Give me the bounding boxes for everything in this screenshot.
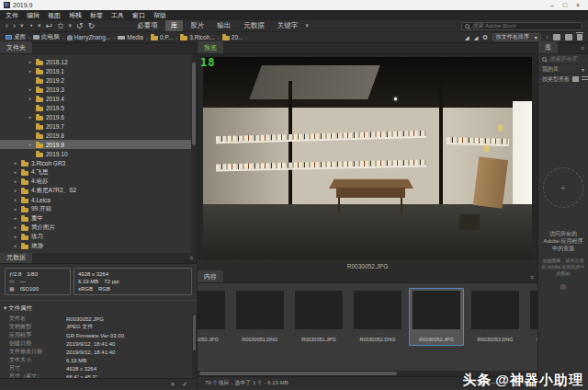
property-value[interactable]: 68.4" x 45.3" (66, 374, 97, 379)
workspace-tab[interactable]: 库 (165, 20, 184, 31)
filter-star-icon[interactable]: ✪ (482, 34, 487, 41)
thumbnail-image[interactable] (295, 291, 343, 329)
breadcrumb-item[interactable]: 20... (222, 34, 243, 40)
folders-scrollbar[interactable] (191, 54, 197, 253)
property-value[interactable]: 4928 x 3264 (66, 366, 96, 372)
thumbnail-image[interactable] (354, 291, 401, 329)
libraries-drop-target[interactable]: + (543, 167, 583, 208)
expand-arrow-icon[interactable]: ▸ (28, 142, 33, 147)
metadata-scrollbar-thumb[interactable] (193, 315, 196, 350)
thumbnail-cell[interactable]: ····· R0030053.JPG (526, 288, 537, 346)
property-value[interactable]: 6.19 MB (66, 358, 86, 363)
breadcrumb-item[interactable]: HarryZhang... (67, 34, 111, 40)
metadata-apply-icon[interactable]: ✓ (182, 381, 187, 388)
boomerang-icon[interactable]: ↩ (45, 21, 52, 30)
breadcrumb-item[interactable]: 桌面 (6, 33, 26, 41)
folder-tree-item[interactable]: ▸ 4.索尼A7R2、S2 (0, 186, 197, 195)
content-panel-menu-icon[interactable]: ≡ (530, 274, 534, 281)
folder-tree-item[interactable]: ▸ 2019.4 (0, 94, 197, 103)
expand-arrow-icon[interactable]: ▸ (13, 224, 18, 230)
folder-tree-item[interactable]: 2019.8 (0, 131, 197, 140)
metadata-panel-menu-icon[interactable]: ≡ (189, 255, 193, 261)
content-tab[interactable]: 内容 (198, 270, 223, 282)
thumbnail-cell[interactable]: ····· R0030053.DNG (468, 288, 523, 346)
recent-caret-icon[interactable]: ▾ (38, 22, 41, 29)
search-input[interactable] (472, 23, 579, 29)
expand-arrow-icon[interactable]: ▸ (28, 68, 33, 74)
folders-tab[interactable]: 文件夹 (0, 41, 32, 53)
libraries-grid-view-icon[interactable] (572, 76, 579, 82)
expand-arrow-icon[interactable]: ▸ (13, 215, 18, 221)
new-folder-icon[interactable] (565, 34, 572, 40)
preview-tab[interactable]: 预览 (198, 41, 223, 53)
workspace-tab[interactable]: 输出 (211, 20, 236, 31)
libraries-view-row[interactable]: 按类型查看 (538, 75, 588, 85)
file-properties-heading[interactable]: ▾ 文件属性 (0, 300, 197, 314)
workspace-tab[interactable]: 关键字 (272, 20, 304, 31)
folder-tree-item[interactable]: ▸ 4.Leica (0, 195, 197, 204)
folder-tree-item[interactable]: ▸ 重中 (0, 213, 197, 223)
metadata-scrollbar[interactable] (192, 314, 197, 378)
thumbnail-image[interactable] (413, 291, 460, 329)
folder-tree-item[interactable]: 2019.10 (0, 149, 197, 158)
expand-arrow-icon[interactable]: ▸ (13, 243, 18, 248)
breadcrumb-item[interactable]: 此电脑 (33, 33, 60, 41)
preview-image[interactable] (203, 57, 532, 258)
libraries-collection-select[interactable]: 我的库 ▾ (538, 64, 588, 75)
menu-item[interactable]: 文件 (6, 11, 18, 20)
breadcrumb-item[interactable]: 0.P... (151, 34, 173, 40)
menu-item[interactable]: 工具 (111, 11, 124, 20)
libraries-panel-menu-icon[interactable]: ≡ (581, 45, 584, 52)
metadata-tab[interactable]: 元数据 (0, 253, 32, 263)
workspace-tab[interactable]: 元数据 (238, 20, 270, 31)
content-scrollbar-thumb[interactable] (199, 372, 397, 375)
folder-tree-item[interactable]: ▸ 2019.6 (0, 112, 197, 121)
expand-arrow-icon[interactable]: ▸ (13, 197, 18, 202)
folder-tree-item[interactable]: ▸ 简介图片 (0, 223, 197, 232)
thumbnail-cell[interactable]: ····· R0030051.JPG (291, 288, 346, 346)
expand-arrow-icon[interactable]: ▸ (28, 96, 33, 101)
breadcrumb-item[interactable]: 3.Ricoh... (180, 34, 214, 40)
folder-tree-item[interactable]: 2019.2 (0, 75, 197, 85)
maximize-button[interactable]: □ (559, 2, 571, 8)
property-value[interactable]: GR Firmware Ver 03.00 (66, 333, 124, 338)
property-value[interactable]: 2019/9/12, 18:41:40 (66, 350, 115, 355)
menu-item[interactable]: 标签 (90, 11, 103, 20)
expand-arrow-icon[interactable]: ▸ (13, 178, 18, 184)
back-icon[interactable]: ‹ (6, 21, 8, 30)
libraries-search-row[interactable]: 搜索所有库 (538, 54, 588, 64)
folder-tree-item[interactable]: 2019.5 (0, 103, 197, 112)
close-button[interactable]: × (571, 2, 584, 8)
folders-scrollbar-thumb[interactable] (192, 63, 196, 146)
breadcrumb-item[interactable]: Media (118, 34, 143, 40)
nav-caret-icon[interactable]: ▾ (20, 22, 24, 29)
expand-arrow-icon[interactable]: ▸ (13, 234, 18, 239)
metadata-cancel-icon[interactable]: × (171, 381, 175, 387)
refine-caret-icon[interactable]: ▾ (69, 22, 73, 29)
property-value[interactable]: 2019/9/12, 18:41:40 (66, 341, 115, 347)
workspace-tab[interactable]: 必要项 (131, 20, 164, 31)
minimize-button[interactable]: – (546, 2, 559, 8)
rotate-cw-icon[interactable]: ↻ (88, 21, 96, 30)
folder-tree-item[interactable]: ▸ 练习 (0, 232, 197, 241)
forward-icon[interactable]: › (13, 21, 16, 30)
expand-arrow-icon[interactable]: ▸ (28, 114, 33, 120)
thumbnail-cell[interactable]: ····· R0030052.DNG (350, 288, 405, 346)
workspace-overflow-icon[interactable]: ▾ (305, 22, 309, 29)
menu-item[interactable]: 窗口 (132, 11, 145, 20)
folder-tree-item[interactable]: ▸ 99.开箱 (0, 204, 197, 213)
folder-tree-item[interactable]: ▸ 4.哈苏 (0, 177, 197, 186)
folder-tree-item[interactable]: ▸ 2019.1 (0, 66, 197, 75)
sort-direction-icon[interactable]: ↑ (546, 34, 548, 40)
menu-item[interactable]: 视图 (48, 11, 61, 20)
libraries-list-view-icon[interactable] (582, 76, 588, 82)
refine-icon[interactable]: ✩ (57, 21, 64, 30)
workspace-tab[interactable]: 胶片 (185, 20, 209, 31)
expand-arrow-icon[interactable]: ▸ (13, 160, 18, 166)
thumbnail-image[interactable] (236, 291, 284, 329)
property-value[interactable]: R0030052.JPG (66, 316, 104, 322)
sort-options-icon[interactable]: ◢ (474, 34, 479, 40)
thumbnail-cell[interactable]: ····· R0030051.DNG (232, 288, 288, 346)
rotate-ccw-icon[interactable]: ↺ (76, 21, 84, 30)
property-value[interactable]: JPEG 文件 (66, 323, 93, 331)
